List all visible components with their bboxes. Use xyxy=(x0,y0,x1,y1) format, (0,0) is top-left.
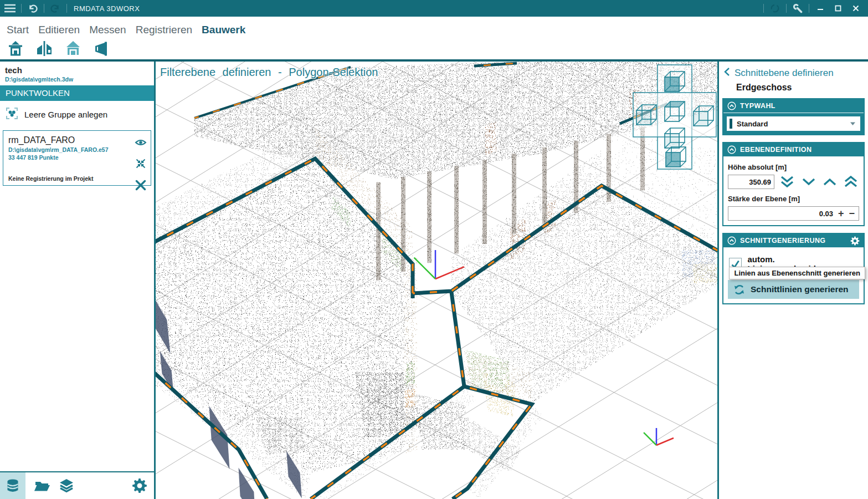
schnittgenerierung-label: SCHNITTGENERIERUNG xyxy=(740,237,825,245)
redo-icon[interactable] xyxy=(49,2,62,15)
remove-cloud-icon[interactable] xyxy=(135,179,147,194)
decrease-button[interactable]: − xyxy=(849,208,855,218)
collapse-chevron-icon[interactable] xyxy=(727,101,736,110)
divider xyxy=(21,4,22,13)
rmdata-3dworx-window: RMDATA 3DWORX Start Editieren xyxy=(0,0,868,499)
menu-editieren[interactable]: Editieren xyxy=(38,24,80,36)
schnittgenerierung-header[interactable]: SCHNITTGENERIERUNG xyxy=(723,234,864,248)
divider xyxy=(66,4,67,13)
pointcloud-card[interactable]: rm_DATA_FARO D:\gisdata\vgm\rm_DATA_FARO… xyxy=(3,130,151,186)
sync-icon[interactable] xyxy=(768,2,782,15)
menu-start[interactable]: Start xyxy=(7,24,29,36)
divider xyxy=(763,4,764,13)
building-groundfloor-icon[interactable] xyxy=(64,40,82,58)
ebenendefinition-header[interactable]: EBENENDEFINITION xyxy=(723,143,864,157)
section-ebenendefinition: EBENENDEFINITION Höhe absolut [m] xyxy=(722,142,865,226)
chevron-down-button[interactable] xyxy=(800,175,817,189)
database-tab-icon[interactable] xyxy=(0,472,25,499)
typwahl-label: TYPWAHL xyxy=(740,102,775,110)
menu-bauwerk[interactable]: Bauwerk xyxy=(202,24,245,36)
viewport-mode-title: Filterebene definieren - Polygon-Selekti… xyxy=(160,66,378,79)
point-cloud-scene[interactable] xyxy=(156,62,717,499)
ebenendefinition-label: EBENENDEFINITION xyxy=(740,146,811,154)
section-typwahl: TYPWAHL Standard xyxy=(722,98,865,135)
dropdown-selected-value: Standard xyxy=(737,120,850,128)
pointcloud-path: D:\gisdata\vgm\rm_DATA_FARO.e57 xyxy=(8,146,131,153)
punktwolken-section-header: PUNKTWOLKEN xyxy=(0,85,154,101)
titlebar: RMDATA 3DWORX xyxy=(0,0,868,17)
tooltip: Linien aus Ebenenschnitt generieren xyxy=(729,267,865,279)
ribbon-toolbar xyxy=(0,38,868,59)
divider xyxy=(44,4,44,13)
create-empty-group-label: Leere Gruppe anlegen xyxy=(24,110,107,119)
hoehe-label: Höhe absolut [m] xyxy=(728,163,859,171)
building-facade-icon[interactable] xyxy=(7,40,24,58)
staerke-value: 0.03 xyxy=(819,210,833,218)
visibility-eye-icon[interactable] xyxy=(135,137,147,150)
pointcloud-status: Keine Registrierung im Projekt xyxy=(8,175,131,182)
open-folder-icon[interactable] xyxy=(34,479,50,492)
hoehe-input[interactable] xyxy=(728,175,774,189)
schnittlinien-generieren-button[interactable]: Schnittlinien generieren xyxy=(728,280,859,299)
undo-icon[interactable] xyxy=(26,2,39,15)
dropdown-accent-bar xyxy=(730,119,732,129)
pointcloud-name: rm_DATA_FARO xyxy=(8,135,131,145)
maximize-button[interactable] xyxy=(831,2,845,15)
wrench-icon[interactable] xyxy=(791,2,804,15)
3d-viewport[interactable]: Filterebene definieren - Polygon-Selekti… xyxy=(156,62,717,499)
create-empty-group-button[interactable]: Leere Gruppe anlegen xyxy=(0,101,154,128)
view-frustum-icon[interactable] xyxy=(93,40,111,58)
menubar: Start Editieren Messen Registrieren Bauw… xyxy=(0,17,868,38)
staerke-input[interactable]: 0.03 + − xyxy=(728,206,859,221)
increase-button[interactable]: + xyxy=(838,208,844,218)
double-chevron-up-button[interactable] xyxy=(843,175,859,189)
hamburger-menu-icon[interactable] xyxy=(3,2,17,15)
close-button[interactable] xyxy=(849,2,862,15)
refresh-icon xyxy=(733,284,745,296)
chevron-down-icon xyxy=(850,121,856,126)
back-chevron-icon[interactable] xyxy=(724,67,730,79)
collapse-chevron-icon[interactable] xyxy=(727,145,736,154)
sidebar-spacer xyxy=(0,189,154,471)
panel-subtitle: Erdgeschoss xyxy=(719,80,868,98)
building-section-icon[interactable] xyxy=(35,40,53,58)
panel-title[interactable]: Schnittebene definieren xyxy=(735,68,834,79)
staerke-label: Stärke der Ebene [m] xyxy=(728,195,859,203)
sidebar-punktwolken: tech D:\gisdata\vgm\tech.3dw PUNKTWOLKEN… xyxy=(0,62,156,499)
sidebar-bottom-toolbar xyxy=(0,471,154,499)
section-settings-gear-icon[interactable] xyxy=(850,236,860,246)
menu-messen[interactable]: Messen xyxy=(89,24,126,36)
minimize-button[interactable] xyxy=(814,2,827,15)
divider xyxy=(809,4,809,13)
project-path: D:\gisdata\vgm\tech.3dw xyxy=(5,76,149,83)
typwahl-header[interactable]: TYPWAHL xyxy=(723,99,864,113)
project-name: tech xyxy=(5,65,149,75)
collapse-chevron-icon[interactable] xyxy=(727,236,736,245)
menu-registrieren[interactable]: Registrieren xyxy=(136,24,192,36)
double-chevron-down-button[interactable] xyxy=(779,175,795,189)
typ-dropdown[interactable]: Standard xyxy=(727,116,860,131)
pointcloud-count: 33 447 819 Punkte xyxy=(8,154,131,161)
generate-button-label: Schnittlinien generieren xyxy=(751,284,849,294)
app-title: RMDATA 3DWORX xyxy=(74,4,140,13)
collapse-to-center-icon[interactable] xyxy=(135,157,147,172)
schnittebene-panel: Schnittebene definieren Erdgeschoss TYPW… xyxy=(717,62,868,499)
chevron-up-button[interactable] xyxy=(821,175,838,189)
group-icon xyxy=(6,107,18,121)
divider xyxy=(786,4,787,13)
layers-icon[interactable] xyxy=(59,478,74,493)
settings-gear-icon[interactable] xyxy=(132,478,147,493)
